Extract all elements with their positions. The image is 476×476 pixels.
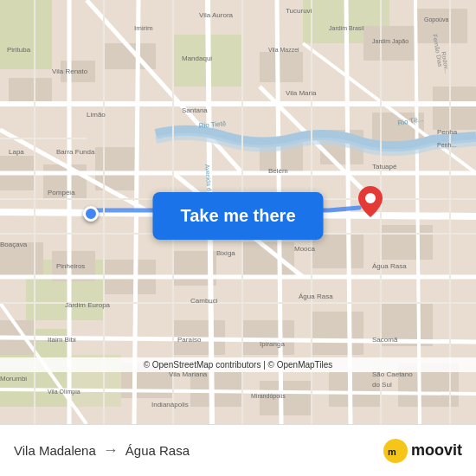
svg-text:Mooca: Mooca (294, 245, 316, 253)
svg-text:Vila Aurora: Vila Aurora (199, 11, 234, 19)
svg-text:Boaçava: Boaçava (0, 241, 28, 248)
svg-rect-7 (9, 78, 52, 104)
svg-text:Jardim Japão: Jardim Japão (372, 38, 408, 45)
origin-marker (83, 206, 99, 222)
svg-text:Água Rasa: Água Rasa (372, 262, 407, 270)
svg-text:Ipiranga: Ipiranga (260, 340, 285, 348)
svg-text:Vila Mazzei: Vila Mazzei (268, 47, 299, 53)
destination-marker (358, 186, 383, 221)
svg-text:Santana: Santana (182, 106, 208, 114)
svg-text:Jardim Brasil: Jardim Brasil (329, 25, 364, 31)
destination-label: Água Rasa (125, 443, 190, 458)
svg-rect-30 (312, 312, 363, 355)
svg-text:Mirandópolis: Mirandópolis (251, 393, 286, 400)
svg-text:Vila Renato: Vila Renato (52, 68, 88, 75)
svg-text:m: m (388, 447, 396, 457)
svg-text:Gopoúva: Gopoúva (424, 16, 449, 23)
svg-text:Água Rasa: Água Rasa (299, 293, 333, 300)
svg-text:Imirim: Imirim (134, 24, 153, 32)
svg-rect-26 (381, 225, 433, 260)
svg-text:Jardim Europa: Jardim Europa (65, 301, 111, 309)
map-attribution: © OpenStreetMap contributors | © OpenMap… (0, 357, 476, 372)
route-info: Vila Madalena → Água Rasa (14, 441, 190, 460)
moovit-logo-icon: m (383, 439, 408, 463)
svg-rect-10 (260, 52, 303, 82)
svg-text:Pompéia: Pompéia (48, 189, 75, 196)
svg-text:Cambuci: Cambuci (190, 297, 218, 305)
svg-text:Tucuruvi: Tucuruvi (286, 7, 312, 15)
svg-text:Belém: Belém (268, 167, 288, 175)
svg-text:Penh...: Penh... (437, 142, 456, 148)
svg-text:Penha: Penha (437, 128, 458, 136)
bottom-bar: Vila Madalena → Água Rasa m moovit (0, 424, 476, 476)
svg-text:Vila Maria: Vila Maria (286, 89, 317, 97)
svg-text:Bixiga: Bixiga (216, 249, 235, 257)
svg-text:Itaim Bibi: Itaim Bibi (48, 336, 76, 344)
svg-rect-12 (415, 9, 467, 43)
moovit-logo: m moovit (383, 439, 462, 463)
svg-text:Lapa: Lapa (9, 148, 24, 156)
svg-rect-19 (433, 87, 476, 130)
svg-point-111 (365, 193, 376, 203)
svg-text:Vila Olímpia: Vila Olímpia (48, 389, 80, 396)
svg-text:Pirituba: Pirituba (7, 46, 31, 54)
svg-text:Limão: Limão (87, 111, 106, 119)
svg-text:Indianápolis: Indianápolis (151, 401, 189, 408)
svg-rect-29 (242, 320, 294, 355)
svg-text:Morumbi: Morumbi (0, 375, 27, 383)
route-arrow-icon: → (103, 441, 119, 460)
svg-text:Pinheiros: Pinheiros (56, 262, 85, 270)
svg-text:Tatuapé: Tatuapé (372, 163, 397, 170)
moovit-brand-text: moovit (411, 441, 462, 460)
svg-text:do Sul: do Sul (372, 381, 392, 389)
svg-text:Barra Funda: Barra Funda (56, 148, 95, 156)
take-me-there-button[interactable]: Take me there (152, 192, 323, 240)
svg-text:Sacomã: Sacomã (372, 336, 398, 344)
map-container: Pirituba Vila Renato Imirim Limão Lapa B… (0, 0, 476, 424)
svg-text:Paraíso: Paraíso (177, 336, 202, 344)
svg-text:Mandaqui: Mandaqui (182, 55, 212, 62)
svg-rect-1 (0, 0, 52, 69)
origin-label: Vila Madalena (14, 443, 96, 458)
